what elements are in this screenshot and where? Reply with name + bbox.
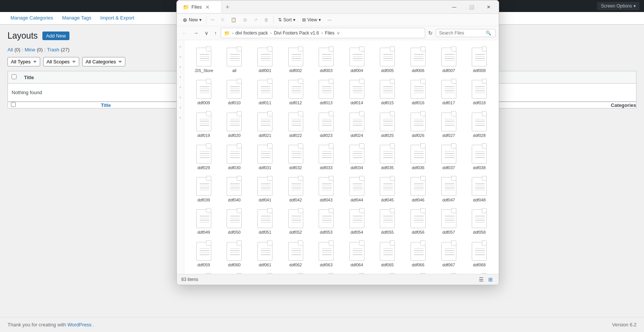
file-item[interactable]: ddf065 xyxy=(373,239,403,270)
file-item[interactable]: ddf069 xyxy=(189,271,219,274)
file-item[interactable]: ddf038 xyxy=(464,142,494,173)
tab-close-button[interactable]: ✕ xyxy=(204,4,211,11)
file-item[interactable]: ddf071 xyxy=(250,271,280,274)
file-item[interactable]: ddf043 xyxy=(311,174,341,205)
file-item[interactable]: ddf008 xyxy=(464,45,494,75)
file-item[interactable]: ddf007 xyxy=(434,45,464,75)
filter-all[interactable]: All xyxy=(8,47,13,53)
file-item[interactable]: ddf020 xyxy=(220,110,250,140)
dropdown-button[interactable]: ∨ xyxy=(202,29,211,38)
file-item[interactable]: ddf033 xyxy=(311,142,341,173)
file-item[interactable]: ddf044 xyxy=(342,174,372,205)
tab-manage-categories[interactable]: Manage Categories xyxy=(6,12,57,24)
file-item[interactable]: ddf045 xyxy=(373,174,403,205)
breadcrumb-chevron-2[interactable]: › xyxy=(320,30,324,36)
file-item[interactable]: ddf002 xyxy=(281,45,311,75)
search-input[interactable] xyxy=(439,30,484,36)
file-item[interactable]: ddf067 xyxy=(434,239,464,270)
file-item[interactable]: ddf023 xyxy=(311,110,341,140)
paste-button[interactable]: 📋 xyxy=(228,16,239,24)
file-item[interactable]: ddf010 xyxy=(220,77,250,108)
file-item[interactable]: ddf024 xyxy=(342,110,372,140)
file-item[interactable]: ddf077 xyxy=(434,271,464,274)
more-options-button[interactable]: ··· xyxy=(325,16,334,24)
screen-options-button[interactable]: Screen Options ▾ xyxy=(597,2,639,10)
select-all-checkbox[interactable] xyxy=(12,74,17,79)
file-item[interactable]: ddf025 xyxy=(373,110,403,140)
file-item[interactable]: ddf006 xyxy=(403,45,433,75)
file-item[interactable]: ddf034 xyxy=(342,142,372,173)
file-item[interactable]: ddf061 xyxy=(250,239,280,270)
file-item[interactable]: ddf062 xyxy=(281,239,311,270)
file-item[interactable]: ddf058 xyxy=(464,206,494,237)
cut-button[interactable]: ✂ xyxy=(208,16,218,24)
move-button[interactable]: ↗ xyxy=(251,16,260,24)
add-new-button[interactable]: Add New xyxy=(42,32,70,40)
sidebar-arrow-3[interactable]: › xyxy=(177,62,184,72)
file-item[interactable]: ddf072 xyxy=(281,271,311,274)
file-item[interactable]: ddf026 xyxy=(403,110,433,140)
file-item[interactable]: ddf005 xyxy=(373,45,403,75)
search-button[interactable]: 🔍 xyxy=(486,30,491,36)
file-item[interactable]: ddf011 xyxy=(250,77,280,108)
file-item[interactable]: ddf014 xyxy=(342,77,372,108)
file-item[interactable]: ddf004 xyxy=(342,45,372,75)
breadcrumb-chevron-1[interactable]: › xyxy=(269,30,272,36)
file-item[interactable]: ddf003 xyxy=(311,45,341,75)
forward-button[interactable]: → xyxy=(191,29,201,38)
sidebar-arrow-2[interactable]: › xyxy=(177,52,184,62)
filter-categories-select[interactable]: All Categories xyxy=(82,57,125,66)
file-item[interactable]: ddf040 xyxy=(220,174,250,205)
file-item[interactable]: ddf001 xyxy=(250,45,280,75)
file-item[interactable]: ddf028 xyxy=(464,110,494,140)
file-item[interactable]: ddf027 xyxy=(434,110,464,140)
breadcrumb-chevron-3[interactable]: ∨ xyxy=(336,30,341,36)
sidebar-arrow-5[interactable]: › xyxy=(177,82,184,92)
file-item[interactable]: ddf059 xyxy=(189,239,219,270)
file-item[interactable]: ddf036 xyxy=(403,142,433,173)
refresh-button[interactable]: ↻ xyxy=(427,29,434,38)
file-item[interactable]: ddf053 xyxy=(311,206,341,237)
list-view-button[interactable]: ☰ xyxy=(477,276,485,283)
file-item[interactable]: ddf029 xyxy=(189,142,219,173)
file-item[interactable]: ddf031 xyxy=(250,142,280,173)
tab-manage-tags[interactable]: Manage Tags xyxy=(57,12,96,24)
file-item[interactable]: ddf051 xyxy=(250,206,280,237)
back-button[interactable]: ← xyxy=(180,29,190,38)
file-item[interactable]: ddf056 xyxy=(403,206,433,237)
file-item[interactable]: ddf057 xyxy=(434,206,464,237)
file-item[interactable]: ddf012 xyxy=(281,77,311,108)
window-close-button[interactable]: ✕ xyxy=(480,1,497,13)
sidebar-arrow-4[interactable]: › xyxy=(177,72,184,82)
filter-types-select[interactable]: All Types xyxy=(8,57,40,66)
wordpress-link[interactable]: WordPress xyxy=(68,322,92,327)
file-item[interactable]: ddf050 xyxy=(220,206,250,237)
file-item[interactable]: ddf066 xyxy=(403,239,433,270)
file-item[interactable]: ddf054 xyxy=(342,206,372,237)
sidebar-arrow-7[interactable]: › xyxy=(177,102,184,113)
file-item[interactable]: ddf070 xyxy=(220,271,250,274)
window-maximize-button[interactable]: ⬜ xyxy=(463,1,480,13)
file-item[interactable]: all xyxy=(220,45,250,75)
file-item[interactable]: ddf018 xyxy=(464,77,494,108)
copy-button[interactable]: ⎘ xyxy=(218,16,227,24)
select-all-footer-checkbox[interactable] xyxy=(11,102,16,107)
file-item[interactable]: ddf073 xyxy=(311,271,341,274)
window-minimize-button[interactable]: — xyxy=(445,1,463,13)
file-item[interactable]: ddf049 xyxy=(189,206,219,237)
grid-view-button[interactable]: ⊞ xyxy=(487,276,494,283)
file-item[interactable]: ddf076 xyxy=(403,271,433,274)
new-button[interactable]: ⊕ New ▾ xyxy=(180,15,205,24)
file-item[interactable]: ddf055 xyxy=(373,206,403,237)
file-item[interactable]: ddf074 xyxy=(342,271,372,274)
filter-scopes-select[interactable]: All Scopes xyxy=(43,57,79,66)
file-item[interactable]: ddf078 xyxy=(464,271,494,274)
up-button[interactable]: ↑ xyxy=(212,29,219,38)
sidebar-arrow-1[interactable]: › xyxy=(177,42,184,52)
file-item[interactable]: .DS_Store xyxy=(189,45,219,75)
delete-button[interactable]: 🗑 xyxy=(261,16,272,24)
file-item[interactable]: ddf060 xyxy=(220,239,250,270)
file-item[interactable]: ddf048 xyxy=(464,174,494,205)
sidebar-arrow-8[interactable]: › xyxy=(177,113,184,123)
filter-trash[interactable]: Trash xyxy=(47,47,59,53)
